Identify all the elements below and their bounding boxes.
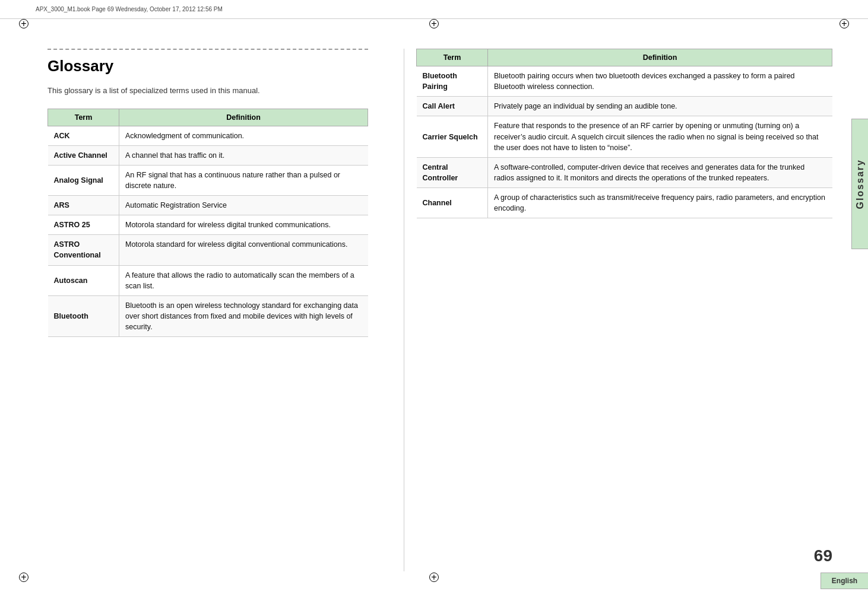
left-term-cell: Bluetooth xyxy=(48,295,119,336)
main-content: Glossary This glossary is a list of spec… xyxy=(0,19,868,601)
right-definition-cell: A group of characteristics such as trans… xyxy=(488,188,832,218)
header-bar: APX_3000_M1.book Page 69 Wednesday, Octo… xyxy=(0,0,868,19)
left-term-cell: Autoscan xyxy=(48,265,119,295)
left-definition-cell: Motorola standard for wireless digital t… xyxy=(119,215,368,235)
right-table-term-header: Term xyxy=(417,49,488,66)
right-term-cell: Central Controller xyxy=(417,157,488,187)
right-definition-cell: Bluetooth pairing occurs when two blueto… xyxy=(488,66,832,97)
left-glossary-table: Term Definition ACKAcknowledgment of com… xyxy=(47,109,368,338)
right-definition-cell: Feature that responds to the presence of… xyxy=(488,116,832,157)
left-table-row: Active ChannelA channel that has traffic… xyxy=(48,145,368,165)
right-table-row: Call AlertPrivately page an individual b… xyxy=(417,97,832,116)
left-table-row: ASTRO ConventionalMotorola standard for … xyxy=(48,235,368,265)
right-table-definition-header: Definition xyxy=(488,49,832,66)
right-definition-cell: A software-controlled, computer-driven d… xyxy=(488,157,832,187)
left-definition-cell: A channel that has traffic on it. xyxy=(119,145,368,165)
left-definition-cell: Acknowledgment of communication. xyxy=(119,126,368,145)
left-table-row: ARSAutomatic Registration Service xyxy=(48,196,368,215)
left-definition-cell: Automatic Registration Service xyxy=(119,196,368,215)
left-table-row: BluetoothBluetooth is an open wireless t… xyxy=(48,295,368,336)
right-definition-cell: Privately page an individual by sending … xyxy=(488,97,832,116)
left-table-row: AutoscanA feature that allows the radio … xyxy=(48,265,368,295)
left-term-cell: ACK xyxy=(48,126,119,145)
intro-text: This glossary is a list of specialized t… xyxy=(47,85,368,97)
left-definition-cell: Bluetooth is an open wireless technology… xyxy=(119,295,368,336)
right-column: Term Definition Bluetooth PairingBluetoo… xyxy=(404,19,868,601)
right-glossary-table: Term Definition Bluetooth PairingBluetoo… xyxy=(416,49,832,218)
right-table-row: Central ControllerA software-controlled,… xyxy=(417,157,832,187)
right-term-cell: Bluetooth Pairing xyxy=(417,66,488,97)
right-term-cell: Channel xyxy=(417,188,488,218)
right-table-row: Carrier SquelchFeature that responds to … xyxy=(417,116,832,157)
left-term-cell: ASTRO 25 xyxy=(48,215,119,235)
left-table-term-header: Term xyxy=(48,109,119,126)
left-term-cell: Active Channel xyxy=(48,145,119,165)
left-table-row: ASTRO 25Motorola standard for wireless d… xyxy=(48,215,368,235)
right-term-cell: Carrier Squelch xyxy=(417,116,488,157)
dotted-separator xyxy=(47,49,368,50)
left-term-cell: ASTRO Conventional xyxy=(48,235,119,265)
right-table-row: ChannelA group of characteristics such a… xyxy=(417,188,832,218)
left-table-row: Analog SignalAn RF signal that has a con… xyxy=(48,165,368,195)
left-term-cell: Analog Signal xyxy=(48,165,119,195)
left-definition-cell: Motorola standard for wireless digital c… xyxy=(119,235,368,265)
left-table-definition-header: Definition xyxy=(119,109,368,126)
left-definition-cell: An RF signal that has a continuous natur… xyxy=(119,165,368,195)
right-table-row: Bluetooth PairingBluetooth pairing occur… xyxy=(417,66,832,97)
left-table-row: ACKAcknowledgment of communication. xyxy=(48,126,368,145)
section-title: Glossary xyxy=(47,57,368,75)
left-definition-cell: A feature that allows the radio to autom… xyxy=(119,265,368,295)
right-term-cell: Call Alert xyxy=(417,97,488,116)
left-column: Glossary This glossary is a list of spec… xyxy=(0,19,404,601)
header-text: APX_3000_M1.book Page 69 Wednesday, Octo… xyxy=(36,6,223,12)
left-term-cell: ARS xyxy=(48,196,119,215)
